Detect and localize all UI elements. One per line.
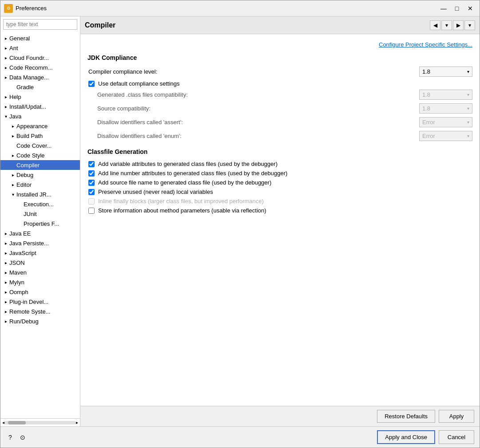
nav-back-dropdown-button[interactable]: ▾ [441, 20, 452, 30]
sidebar-item-maven[interactable]: Maven [0, 267, 80, 277]
compliance-level-label: Compiler compliance level: [87, 68, 419, 75]
sidebar-item-editor[interactable]: Editor [0, 180, 80, 189]
sidebar-hscrollbar[interactable]: ◂ ▸ [0, 418, 80, 426]
disallow-enum-value: Error [422, 133, 435, 139]
sidebar-item-properties[interactable]: Properties F... [0, 219, 80, 228]
disallow-assert-row: Disallow identifiers called 'assert': Er… [87, 117, 472, 127]
sidebar-item-install-update[interactable]: Install/Updat... [0, 102, 80, 111]
cb2-checkbox[interactable] [88, 170, 95, 177]
disallow-assert-value: Error [422, 119, 435, 126]
cb2-row: Add line number attributes to generated … [87, 170, 472, 177]
sidebar-item-label: Code Style [16, 152, 45, 159]
close-button[interactable]: ✕ [464, 4, 476, 13]
sidebar-item-compiler[interactable]: Compiler [0, 160, 80, 170]
sidebar-item-cloud-foundry[interactable]: Cloud Foundr... [0, 53, 80, 63]
sidebar-item-label: JUnit [24, 211, 37, 217]
source-compat-dropdown[interactable]: 1.8 ▾ [419, 103, 472, 114]
apply-close-button[interactable]: Apply and Close [377, 430, 435, 444]
source-compat-label: Source compatibility: [96, 105, 419, 112]
cb3-checkbox[interactable] [88, 180, 95, 186]
expand-arrow [2, 279, 9, 286]
sidebar-item-data-manage[interactable]: Data Manage... [0, 72, 80, 82]
sidebar-item-run-debug[interactable]: Run/Debug [0, 316, 80, 326]
sidebar-item-javascript[interactable]: JavaScript [0, 248, 80, 258]
sidebar-item-mylyn[interactable]: Mylyn [0, 277, 80, 287]
sidebar-item-build-path[interactable]: Build Path [0, 131, 80, 141]
cb1-checkbox[interactable] [88, 161, 95, 167]
classfile-section-title: Classfile Generation [87, 148, 472, 155]
dropdown-arrow-icon: ▾ [467, 106, 469, 111]
disallow-assert-dropdown[interactable]: Error ▾ [419, 117, 472, 127]
sidebar-item-label: Remote Syste... [9, 308, 50, 315]
sidebar-item-label: Properties F... [24, 220, 59, 227]
cb4-checkbox[interactable] [88, 189, 95, 195]
panel-title: Compiler [85, 21, 115, 29]
filter-input[interactable] [3, 19, 77, 30]
sidebar-item-code-style[interactable]: Code Style [0, 150, 80, 160]
sidebar-item-oomph[interactable]: Oomph [0, 287, 80, 297]
cb6-checkbox[interactable] [88, 208, 95, 214]
panel-nav: ◀ ▾ ▶ ▾ [430, 20, 475, 30]
sidebar-item-code-recomm[interactable]: Code Recomm... [0, 63, 80, 72]
sidebar-item-remote-syste[interactable]: Remote Syste... [0, 307, 80, 316]
settings-icon[interactable]: ⊙ [18, 433, 27, 442]
sidebar-item-java-ee[interactable]: Java EE [0, 228, 80, 238]
sidebar-item-ant[interactable]: Ant [0, 43, 80, 53]
nav-forward-dropdown-button[interactable]: ▾ [464, 20, 475, 30]
sidebar-item-installed-jre[interactable]: Installed JR... [0, 189, 80, 199]
scroll-right-btn[interactable]: ▸ [76, 420, 78, 425]
sidebar-item-label: Help [9, 94, 21, 100]
minimize-button[interactable]: — [438, 4, 449, 13]
apply-button[interactable]: Apply [439, 410, 474, 423]
sidebar-item-help[interactable]: Help [0, 92, 80, 102]
sidebar-item-label: Code Cover... [16, 142, 52, 149]
sidebar-item-label: Install/Updat... [9, 103, 46, 110]
title-bar: ⚙ Preferences — □ ✕ [0, 0, 480, 16]
app-icon: ⚙ [4, 4, 13, 13]
expand-arrow [2, 44, 9, 51]
bottom-bar: ? ⊙ Apply and Close Cancel [0, 426, 480, 448]
window-controls: — □ ✕ [438, 4, 476, 13]
cb6-label: Store information about method parameter… [98, 207, 266, 214]
compliance-level-dropdown[interactable]: 1.8 ▾ [419, 67, 472, 77]
sidebar-item-java[interactable]: Java [0, 111, 80, 121]
sidebar-item-java-persist[interactable]: Java Persiste... [0, 238, 80, 248]
nav-forward-button[interactable]: ▶ [453, 20, 464, 30]
use-default-row: Use default compliance settings [87, 80, 472, 87]
expand-arrow [16, 210, 24, 217]
hscroll-track[interactable] [4, 421, 76, 424]
sidebar-item-plug-in-devel[interactable]: Plug-in Devel... [0, 297, 80, 307]
sidebar-item-debug[interactable]: Debug [0, 170, 80, 180]
sidebar-item-label: Build Path [16, 133, 43, 139]
sidebar-item-label: Cloud Foundr... [9, 55, 49, 61]
sidebar-item-junit[interactable]: JUnit [0, 209, 80, 219]
jdk-section-title: JDK Compliance [87, 54, 472, 61]
bottom-icons: ? ⊙ [6, 433, 27, 442]
expand-arrow [9, 191, 16, 198]
sidebar-item-label: Compiler [16, 162, 40, 169]
sidebar-item-general[interactable]: General [0, 33, 80, 43]
sidebar-item-label: Appearance [16, 123, 48, 130]
expand-arrow [2, 298, 9, 305]
sidebar-item-gradle[interactable]: Gradle [0, 82, 80, 92]
use-default-checkbox[interactable] [88, 81, 95, 87]
hscroll-thumb[interactable] [8, 421, 26, 424]
restore-defaults-button[interactable]: Restore Defaults [377, 410, 435, 423]
generated-class-dropdown[interactable]: 1.8 ▾ [419, 90, 472, 100]
maximize-button[interactable]: □ [451, 4, 463, 13]
cancel-button[interactable]: Cancel [439, 430, 474, 444]
sidebar-item-json[interactable]: JSON [0, 258, 80, 267]
cb5-checkbox[interactable] [88, 198, 95, 204]
use-default-label: Use default compliance settings [98, 80, 180, 87]
cb3-label: Add source file name to generated class … [98, 179, 271, 186]
disallow-enum-dropdown[interactable]: Error ▾ [419, 131, 472, 141]
config-project-link[interactable]: Configure Project Specific Settings... [87, 41, 472, 48]
help-icon[interactable]: ? [6, 433, 15, 442]
nav-back-button[interactable]: ◀ [430, 20, 440, 30]
sidebar-item-code-coverage[interactable]: Code Cover... [0, 141, 80, 150]
sidebar-item-appearance[interactable]: Appearance [0, 121, 80, 131]
generated-class-value: 1.8 [422, 91, 430, 98]
cb1-label: Add variable attributes to generated cla… [98, 161, 278, 167]
sidebar-item-execution[interactable]: Execution... [0, 199, 80, 209]
cb6-row: Store information about method parameter… [87, 207, 472, 214]
